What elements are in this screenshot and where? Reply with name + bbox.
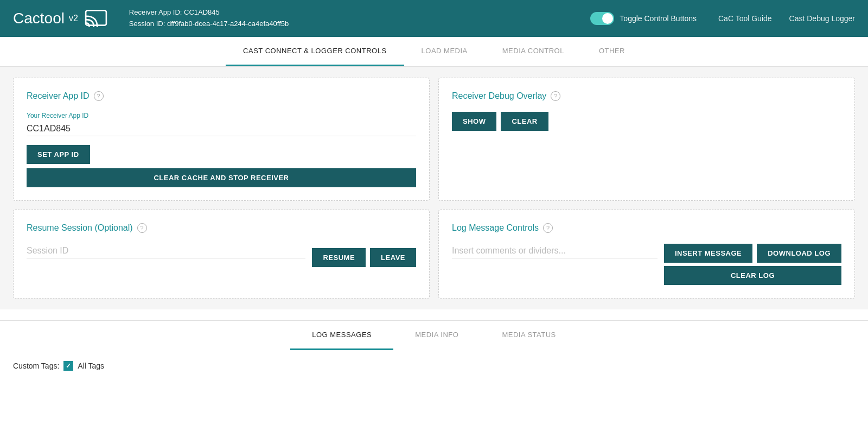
main-tabs: CAST CONNECT & LOGGER CONTROLS LOAD MEDI… <box>0 37 868 66</box>
session-content: RESUME LEAVE <box>27 244 416 267</box>
toggle-section: Toggle Control Buttons <box>590 12 697 25</box>
insert-message-button[interactable]: INSERT MESSAGE <box>664 244 752 263</box>
receiver-app-id-title: Receiver App ID ? <box>27 91 416 101</box>
resume-session-card: Resume Session (Optional) ? RESUME LEAVE <box>13 210 430 299</box>
header-nav: CaC Tool Guide Cast Debug Logger <box>718 14 855 23</box>
receiver-app-id-input[interactable] <box>27 122 416 136</box>
bottom-tab-log-messages[interactable]: LOG MESSAGES <box>290 321 393 350</box>
log-buttons: INSERT MESSAGE DOWNLOAD LOG CLEAR LOG <box>664 244 841 285</box>
tab-load-media[interactable]: LOAD MEDIA <box>404 37 485 66</box>
bottom-tabs: LOG MESSAGES MEDIA INFO MEDIA STATUS <box>0 321 868 350</box>
tab-media-control[interactable]: MEDIA CONTROL <box>485 37 582 66</box>
session-id-label: Session ID: <box>129 20 165 28</box>
resume-button[interactable]: RESUME <box>312 248 366 267</box>
logo-text: Cactool <box>13 10 65 27</box>
session-buttons: RESUME LEAVE <box>312 248 416 267</box>
all-tags-checkbox[interactable] <box>63 361 73 371</box>
receiver-app-id-input-label: Your Receiver App ID <box>27 112 416 119</box>
main-tabs-container: CAST CONNECT & LOGGER CONTROLS LOAD MEDI… <box>0 37 868 67</box>
bottom-tab-media-info[interactable]: MEDIA INFO <box>393 321 480 350</box>
all-tags-label: All Tags <box>78 362 104 370</box>
custom-tags-label: Custom Tags: <box>13 362 59 370</box>
bottom-tab-media-status[interactable]: MEDIA STATUS <box>480 321 577 350</box>
receiver-debug-title: Receiver Debug Overlay ? <box>452 91 841 101</box>
clear-debug-button[interactable]: CLEAR <box>501 112 548 131</box>
tab-other[interactable]: OTHER <box>582 37 642 66</box>
logo: Cactool v2 <box>13 7 116 30</box>
session-id-input[interactable] <box>27 244 305 258</box>
session-id-info: Session ID: dff9fab0-dcea-4c17-a244-ca4e… <box>129 18 591 30</box>
cast-icon <box>85 7 107 30</box>
header-info: Receiver App ID: CC1AD845 Session ID: df… <box>129 7 591 30</box>
log-controls-content: INSERT MESSAGE DOWNLOAD LOG CLEAR LOG <box>452 244 841 285</box>
svg-rect-0 <box>86 10 106 25</box>
toggle-control-buttons[interactable] <box>590 12 614 25</box>
bottom-content: Custom Tags: All Tags <box>0 350 868 382</box>
receiver-debug-card: Receiver Debug Overlay ? SHOW CLEAR <box>438 78 855 201</box>
receiver-app-id-value: CC1AD845 <box>184 8 220 16</box>
receiver-app-id-card: Receiver App ID ? Your Receiver App ID S… <box>13 78 430 201</box>
log-top-buttons: INSERT MESSAGE DOWNLOAD LOG <box>664 244 841 263</box>
resume-session-help-icon[interactable]: ? <box>137 223 147 233</box>
receiver-debug-help-icon[interactable]: ? <box>551 91 560 101</box>
download-log-button[interactable]: DOWNLOAD LOG <box>757 244 841 263</box>
tab-cast-connect[interactable]: CAST CONNECT & LOGGER CONTROLS <box>226 37 404 66</box>
receiver-app-id-help-icon[interactable]: ? <box>94 91 104 101</box>
clear-cache-button[interactable]: CLEAR CACHE AND STOP RECEIVER <box>27 168 416 187</box>
toggle-label: Toggle Control Buttons <box>620 14 697 23</box>
log-message-input[interactable] <box>452 244 658 258</box>
main-content: Receiver App ID ? Your Receiver App ID S… <box>0 67 868 309</box>
logo-version: v2 <box>69 14 78 23</box>
session-input-wrap <box>27 244 305 267</box>
custom-tags: Custom Tags: All Tags <box>13 361 855 371</box>
session-id-value: dff9fab0-dcea-4c17-a244-ca4efa40ff5b <box>167 20 289 28</box>
header: Cactool v2 Receiver App ID: CC1AD845 Ses… <box>0 0 868 37</box>
resume-session-title: Resume Session (Optional) ? <box>27 223 416 233</box>
log-controls-help-icon[interactable]: ? <box>543 223 553 233</box>
debug-buttons: SHOW CLEAR <box>452 112 841 131</box>
cards-grid: Receiver App ID ? Your Receiver App ID S… <box>13 78 855 299</box>
set-app-id-button[interactable]: SET APP ID <box>27 145 90 164</box>
log-input-wrap <box>452 244 658 267</box>
receiver-app-id-info: Receiver App ID: CC1AD845 <box>129 7 591 18</box>
log-controls-title: Log Message Controls ? <box>452 223 841 233</box>
bottom-section: LOG MESSAGES MEDIA INFO MEDIA STATUS Cus… <box>0 320 868 382</box>
nav-logger-link[interactable]: Cast Debug Logger <box>789 14 855 23</box>
nav-guide-link[interactable]: CaC Tool Guide <box>718 14 772 23</box>
log-controls-card: Log Message Controls ? INSERT MESSAGE DO… <box>438 210 855 299</box>
clear-log-button[interactable]: CLEAR LOG <box>664 266 841 285</box>
show-debug-button[interactable]: SHOW <box>452 112 496 131</box>
receiver-app-id-buttons: SET APP ID CLEAR CACHE AND STOP RECEIVER <box>27 145 416 187</box>
receiver-app-id-label: Receiver App ID: <box>129 8 182 16</box>
leave-button[interactable]: LEAVE <box>370 248 416 267</box>
